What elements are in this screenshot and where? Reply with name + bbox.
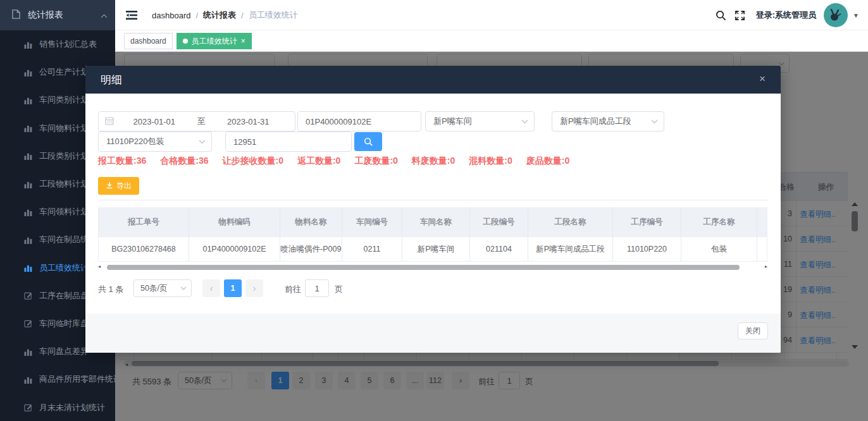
- bar-chart-icon: [24, 235, 33, 244]
- detail-page-size-select[interactable]: 50条/页: [133, 279, 192, 297]
- workshop-select-value: 新P嘴车间: [433, 116, 472, 127]
- detail-table-row: BG230106278468 01P4000009102E 喷油嘴偶件-P009…: [99, 236, 767, 261]
- col-header: 车间编号: [342, 208, 402, 236]
- detail-table: 报工单号 物料编码 物料名称 车间编号 车间名称 工段编号 工段名称 工序编号 …: [98, 207, 767, 262]
- process-select[interactable]: 11010P220包装: [98, 131, 212, 152]
- download-icon: [106, 181, 113, 191]
- tab-label: dashboard: [130, 37, 166, 46]
- sidebar-item-month-end-open-plan[interactable]: 月末未清计划统计: [0, 393, 115, 421]
- bar-chart-icon: [24, 152, 33, 161]
- detail-table-header-row: 报工单号 物料编码 物料名称 车间编号 车间名称 工段编号 工段名称 工序编号 …: [99, 208, 767, 236]
- cell-report-no: BG230106278468: [99, 236, 189, 261]
- material-code-input[interactable]: [298, 112, 421, 131]
- sidebar-item-sales-plan-summary[interactable]: 销售计划汇总表: [0, 30, 115, 58]
- sidebar-item-label: 车间盘点差异: [39, 346, 89, 357]
- employee-no-input[interactable]: [226, 132, 351, 151]
- sidebar-menu-statistics-reports[interactable]: 统计报表: [0, 0, 115, 30]
- sidebar-item-label: 员工绩效统计: [39, 262, 89, 274]
- end-date-value[interactable]: 2023-01-31: [208, 117, 289, 126]
- start-date-value[interactable]: 2023-01-01: [114, 117, 195, 126]
- breadcrumb-separator: /: [241, 11, 244, 20]
- chevron-down-icon: [521, 119, 528, 124]
- stat-waste-qty: 废品数量:0: [526, 156, 569, 167]
- cell-material-code: 01P4000009102E: [189, 236, 280, 261]
- chevron-down-icon: [180, 286, 187, 290]
- sidebar-item-label: 工段类别计划: [39, 150, 89, 162]
- detail-pagination: 共 1 条 50条/页 ‹ 1 › 前往 页: [85, 279, 781, 297]
- tab-dashboard[interactable]: dashboard: [124, 33, 173, 49]
- breadcrumb-statistics[interactable]: 统计报表: [203, 9, 236, 21]
- top-navbar: dashboard / 统计报表 / 员工绩效统计 登录:系统管理员 ▼: [115, 0, 868, 30]
- sidebar-item-label: 销售计划汇总表: [39, 39, 97, 50]
- col-header: 工段编号: [470, 208, 528, 236]
- breadcrumb-dashboard[interactable]: dashboard: [152, 11, 190, 20]
- col-header: 物料编码: [189, 208, 280, 236]
- tags-view-bar: dashboard 员工绩效统计 ×: [115, 30, 868, 52]
- date-range-picker[interactable]: 2023-01-01 至 2023-01-31: [98, 111, 295, 131]
- cell-section-no: 021104: [470, 236, 528, 261]
- sidebar-toggle-icon[interactable]: [125, 9, 138, 21]
- edit-icon: [24, 403, 33, 412]
- bar-chart-icon: [24, 124, 33, 133]
- login-user-label: 登录:系统管理员: [756, 9, 816, 21]
- detail-page-unit-label: 页: [335, 284, 343, 295]
- scroll-right-arrow-icon[interactable]: ▸: [765, 264, 767, 269]
- app-window: 统计报表 销售计划汇总表 公司生产计划完成统计 车间类别计划 车间物料计划 工段…: [0, 0, 868, 421]
- tab-employee-performance[interactable]: 员工绩效统计 ×: [177, 33, 252, 49]
- bar-chart-icon: [24, 207, 33, 216]
- modal-header: 明细 ×: [85, 66, 781, 94]
- cell-filler: [757, 236, 767, 261]
- stat-material-scrap-qty: 料废数量:0: [412, 156, 455, 167]
- section-select[interactable]: 新P嘴车间成品工段: [552, 111, 664, 131]
- col-header-filler: [757, 208, 767, 236]
- avatar[interactable]: [824, 3, 848, 27]
- col-header: 工序名称: [681, 208, 757, 236]
- section-select-value: 新P嘴车间成品工段: [560, 116, 631, 127]
- search-button[interactable]: [354, 132, 382, 151]
- bar-chart-icon: [24, 347, 33, 356]
- col-header: 车间名称: [402, 208, 470, 236]
- chevron-up-icon: [101, 10, 108, 20]
- breadcrumb: dashboard / 统计报表 / 员工绩效统计: [152, 0, 298, 30]
- sidebar-item-label: 车间领料计划: [39, 206, 89, 217]
- modal-close-icon[interactable]: ×: [759, 73, 766, 84]
- chevron-down-icon: [651, 119, 658, 124]
- detail-page-button-1[interactable]: 1: [224, 279, 242, 297]
- tab-close-icon[interactable]: ×: [241, 37, 245, 45]
- detail-next-page-button[interactable]: ›: [245, 279, 263, 297]
- breadcrumb-current-page: 员工绩效统计: [249, 9, 298, 21]
- export-button[interactable]: 导出: [98, 177, 139, 195]
- stat-concession-qty: 让步接收数量:0: [222, 156, 283, 167]
- scroll-left-arrow-icon[interactable]: ◂: [98, 264, 101, 269]
- cell-process-no: 11010P220: [613, 236, 681, 261]
- scrollbar-thumb[interactable]: [107, 265, 740, 270]
- sidebar-item-product-parts-stats[interactable]: 商品件所用零部件统计: [0, 365, 115, 393]
- fullscreen-icon[interactable]: [731, 0, 750, 30]
- material-code-input-wrap: [297, 111, 421, 131]
- cell-process-name: 包装: [681, 236, 757, 261]
- sidebar-item-label: 车间类别计划: [39, 94, 89, 106]
- search-icon[interactable]: [712, 0, 731, 30]
- sidebar-item-label: 商品件所用零部件统计: [39, 374, 115, 385]
- detail-goto-page-input[interactable]: [305, 279, 329, 297]
- caret-down-icon[interactable]: ▼: [853, 12, 859, 19]
- stat-reported-qty: 报工数量:36: [98, 156, 146, 167]
- cell-material-name: 喷油嘴偶件-P009: [280, 236, 342, 261]
- detail-table-horizontal-scrollbar[interactable]: ◂ ▸: [98, 264, 767, 271]
- modal-footer: 关闭: [85, 314, 781, 353]
- divider: [98, 200, 768, 200]
- edit-icon: [24, 291, 33, 300]
- breadcrumb-separator: /: [195, 11, 198, 20]
- sidebar-item-label: 工段物料计划: [39, 178, 89, 190]
- edit-icon: [24, 319, 33, 328]
- employee-no-input-wrap: [225, 131, 352, 152]
- cell-workshop-name: 新P嘴车间: [402, 236, 470, 261]
- bar-chart-icon: [24, 375, 33, 384]
- col-header: 工段名称: [528, 208, 613, 236]
- page-size-value: 50条/页: [140, 283, 167, 294]
- close-button[interactable]: 关闭: [738, 322, 768, 339]
- date-range-separator: 至: [195, 116, 208, 127]
- workshop-select[interactable]: 新P嘴车间: [425, 111, 535, 131]
- detail-prev-page-button[interactable]: ‹: [202, 279, 220, 297]
- sidebar-item-label: 月末未清计划统计: [39, 402, 105, 413]
